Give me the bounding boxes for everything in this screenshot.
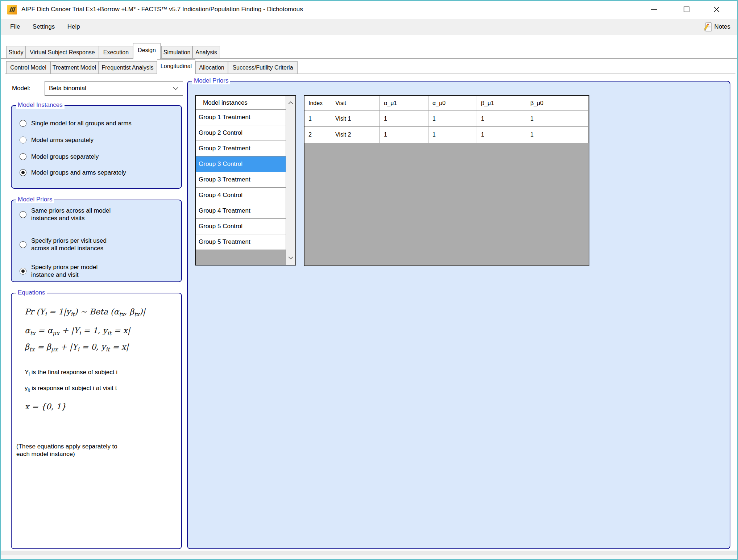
tab-longitudinal[interactable]: Longitudinal bbox=[157, 59, 195, 74]
radio-single-model[interactable]: Single model for all groups and arms bbox=[20, 118, 132, 128]
menu-file[interactable]: File bbox=[5, 19, 25, 35]
equation-line-2: αtx = αμx + |Yi = 1, yit = x| bbox=[25, 326, 130, 337]
priors-table: Index Visit α_μ1 α_μ0 β_μ1 β_μ0 1 Visit … bbox=[304, 95, 589, 266]
list-item-group-3-treatment[interactable]: Group 3 Treatment bbox=[196, 172, 286, 188]
secondary-tab-baseline bbox=[5, 74, 735, 74]
model-label: Model: bbox=[12, 85, 30, 92]
equation-note-2: yit is response of subject i at visit t bbox=[25, 385, 117, 393]
list-scrollbar[interactable] bbox=[286, 96, 295, 265]
equations-footer: (These equations apply separately to eac… bbox=[16, 443, 132, 458]
tab-control-model[interactable]: Control Model bbox=[6, 61, 50, 74]
cell-row1-index: 1 bbox=[304, 111, 331, 127]
status-strip-lower bbox=[1, 555, 737, 559]
tab-allocation[interactable]: Allocation bbox=[195, 61, 228, 74]
cell-row1-alpha-mu1[interactable]: 1 bbox=[380, 111, 428, 127]
tab-study[interactable]: Study bbox=[6, 46, 26, 58]
col-header-alpha-mu0: α_μ0 bbox=[428, 96, 477, 111]
model-instances-list: Model instances Group 1 Treatment Group … bbox=[195, 95, 296, 266]
col-header-index: Index bbox=[304, 96, 331, 111]
radio-same-priors[interactable]: Same priors across all model instances a… bbox=[20, 205, 122, 224]
cell-row2-visit: Visit 2 bbox=[331, 127, 380, 143]
cell-row1-visit: Visit 1 bbox=[331, 111, 380, 127]
model-instances-list-body: Model instances Group 1 Treatment Group … bbox=[196, 96, 286, 265]
radio-model-groups-and-arms-separately[interactable]: Model groups and arms separately bbox=[20, 167, 126, 177]
tab-simulation[interactable]: Simulation bbox=[161, 46, 192, 58]
minimize-button[interactable] bbox=[643, 1, 664, 18]
model-dropdown[interactable]: Beta binomial bbox=[45, 81, 183, 96]
model-priors-panel: Model Priors Model instances Group 1 Tre… bbox=[187, 81, 730, 549]
col-header-alpha-mu1: α_μ1 bbox=[380, 96, 428, 111]
model-instances-list-header: Model instances bbox=[196, 96, 286, 110]
model-instances-group-title: Model Instances bbox=[16, 101, 65, 109]
menu-bar: File Settings Help Notes bbox=[1, 19, 737, 35]
list-item-group-4-control[interactable]: Group 4 Control bbox=[196, 188, 286, 203]
app-window: AIPF Dich Cancer Trial Ex1+Borrow +LM* -… bbox=[0, 0, 738, 560]
menu-help[interactable]: Help bbox=[62, 19, 86, 35]
tab-success-futility-criteria[interactable]: Success/Futility Criteria bbox=[228, 61, 298, 74]
notes-button[interactable]: Notes bbox=[703, 20, 730, 33]
radio-model-arms-separately[interactable]: Model arms separately bbox=[20, 135, 94, 145]
col-header-beta-mu0: β_μ0 bbox=[526, 96, 589, 111]
close-button[interactable] bbox=[706, 1, 727, 18]
minimize-icon bbox=[650, 5, 658, 13]
notes-icon bbox=[703, 21, 713, 32]
maximize-icon bbox=[683, 5, 691, 13]
equation-x-domain: x = {0, 1} bbox=[25, 402, 66, 411]
equations-group-title: Equations bbox=[16, 289, 47, 296]
cell-row2-alpha-mu0[interactable]: 1 bbox=[428, 127, 477, 143]
radio-circle-icon bbox=[20, 268, 26, 275]
radio-model-groups-separately[interactable]: Model groups separately bbox=[20, 151, 99, 162]
menu-settings[interactable]: Settings bbox=[27, 19, 60, 35]
scroll-up-button[interactable] bbox=[286, 96, 295, 110]
list-item-group-4-treatment[interactable]: Group 4 Treatment bbox=[196, 203, 286, 219]
window-title: AIPF Dich Cancer Trial Ex1+Borrow +LM* -… bbox=[21, 1, 303, 18]
model-instances-group: Model Instances Single model for all gro… bbox=[11, 105, 182, 189]
equation-note-1: Yi is the final response of subject i bbox=[25, 369, 117, 377]
list-item-group-5-control[interactable]: Group 5 Control bbox=[196, 219, 286, 234]
status-strip bbox=[1, 551, 737, 555]
equations-group: Equations Pr (Yi = 1|yit) ∼ Beta (αtx, β… bbox=[11, 293, 182, 549]
radio-circle-icon bbox=[20, 211, 26, 218]
cell-row2-beta-mu1[interactable]: 1 bbox=[477, 127, 526, 143]
cell-row1-alpha-mu0[interactable]: 1 bbox=[428, 111, 477, 127]
title-bar: AIPF Dich Cancer Trial Ex1+Borrow +LM* -… bbox=[1, 1, 737, 18]
scroll-down-button[interactable] bbox=[286, 251, 295, 265]
radio-circle-icon bbox=[20, 120, 26, 127]
tab-execution[interactable]: Execution bbox=[99, 46, 133, 58]
tab-virtual-subject-response[interactable]: Virtual Subject Response bbox=[26, 46, 99, 58]
priors-table-grid: Index Visit α_μ1 α_μ0 β_μ1 β_μ0 1 Visit … bbox=[304, 96, 589, 143]
radio-priors-per-model-instance[interactable]: Specify priors per model instance and vi… bbox=[20, 261, 122, 281]
radio-circle-icon bbox=[20, 241, 26, 248]
list-item-group-1-treatment[interactable]: Group 1 Treatment bbox=[196, 110, 286, 125]
model-priors-panel-title: Model Priors bbox=[192, 77, 230, 84]
radio-priors-per-visit[interactable]: Specify priors per visit used across all… bbox=[20, 235, 122, 254]
app-icon bbox=[7, 5, 17, 14]
cell-row1-beta-mu1[interactable]: 1 bbox=[477, 111, 526, 127]
radio-circle-icon bbox=[20, 169, 26, 176]
tab-treatment-model[interactable]: Treatment Model bbox=[50, 61, 98, 74]
cell-row1-beta-mu0[interactable]: 1 bbox=[526, 111, 589, 127]
maximize-button[interactable] bbox=[676, 1, 697, 18]
radio-circle-icon bbox=[20, 137, 26, 143]
col-header-beta-mu1: β_μ1 bbox=[477, 96, 526, 111]
list-item-group-5-treatment[interactable]: Group 5 Treatment bbox=[196, 234, 286, 250]
chevron-up-icon bbox=[288, 101, 293, 104]
tab-analysis[interactable]: Analysis bbox=[192, 46, 220, 58]
list-item-group-2-control[interactable]: Group 2 Control bbox=[196, 125, 286, 141]
list-item-group-2-treatment[interactable]: Group 2 Treatment bbox=[196, 141, 286, 156]
list-item-group-3-control[interactable]: Group 3 Control bbox=[196, 156, 286, 172]
notes-label: Notes bbox=[714, 23, 730, 30]
cell-row2-beta-mu0[interactable]: 1 bbox=[526, 127, 589, 143]
model-priors-options-group-title: Model Priors bbox=[16, 196, 54, 203]
radio-circle-icon bbox=[20, 153, 26, 160]
chevron-down-icon bbox=[288, 256, 293, 259]
model-dropdown-value: Beta binomial bbox=[49, 82, 86, 95]
model-priors-options-group: Model Priors Same priors across all mode… bbox=[11, 200, 182, 282]
primary-tab-baseline bbox=[1, 58, 737, 59]
equation-line-3: βtx = βμx + |Yi = 0, yit = x| bbox=[25, 342, 129, 353]
tab-design[interactable]: Design bbox=[133, 43, 161, 59]
tab-frequentist-analysis[interactable]: Frequentist Analysis bbox=[98, 61, 157, 74]
cell-row2-alpha-mu1[interactable]: 1 bbox=[380, 127, 428, 143]
chevron-down-icon bbox=[173, 87, 178, 90]
col-header-visit: Visit bbox=[331, 96, 380, 111]
